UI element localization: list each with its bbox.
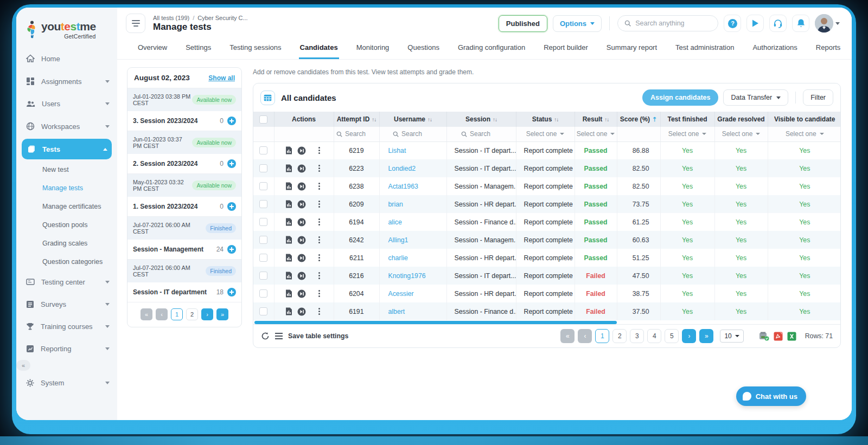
- next-page-button[interactable]: ›: [682, 329, 696, 343]
- add-candidate-icon[interactable]: [227, 202, 236, 211]
- sidebar-item-reporting[interactable]: Reporting: [16, 338, 117, 360]
- page-button[interactable]: 1: [171, 308, 183, 320]
- row-menu-icon[interactable]: [316, 217, 322, 227]
- sidebar-item-system[interactable]: System: [16, 372, 117, 394]
- tab-test-administration[interactable]: Test administration: [674, 38, 735, 59]
- table-settings-icon[interactable]: [275, 333, 283, 339]
- row-checkbox[interactable]: [259, 164, 267, 172]
- global-search[interactable]: [617, 15, 718, 31]
- column-header-visible[interactable]: Visible to candidate: [768, 112, 840, 127]
- search-input[interactable]: [635, 20, 711, 27]
- row-menu-icon[interactable]: [316, 164, 322, 173]
- play-pause-icon[interactable]: [297, 289, 306, 298]
- row-checkbox[interactable]: [259, 236, 267, 244]
- column-header-grade-resolved[interactable]: Grade resolved: [714, 112, 768, 127]
- report-icon[interactable]: [285, 164, 292, 172]
- play-pause-icon[interactable]: [297, 164, 306, 173]
- help-button[interactable]: ?: [724, 15, 741, 32]
- sidebar-item-testing-center[interactable]: Testing center: [16, 271, 117, 293]
- filter-visible-select[interactable]: Select one: [768, 130, 841, 138]
- report-icon[interactable]: [285, 146, 292, 154]
- filter-button[interactable]: Filter: [803, 89, 833, 106]
- show-all-link[interactable]: Show all: [208, 74, 235, 82]
- play-pause-icon[interactable]: [297, 236, 306, 244]
- row-checkbox[interactable]: [259, 182, 267, 190]
- play-pause-icon[interactable]: [297, 254, 306, 262]
- sort-icon[interactable]: ↑↓: [427, 117, 432, 122]
- sidebar-subitem-manage-tests[interactable]: Manage tests: [16, 179, 117, 197]
- filter-session-input[interactable]: [470, 130, 501, 138]
- tab-grading-configuration[interactable]: Grading configuration: [457, 38, 526, 59]
- notifications-button[interactable]: [792, 15, 809, 32]
- row-menu-icon[interactable]: [316, 307, 322, 316]
- filter-attempt-id-input[interactable]: [345, 130, 376, 138]
- row-checkbox[interactable]: [259, 289, 267, 298]
- filter-grade-resolved-select[interactable]: Select one: [715, 130, 768, 138]
- last-page-button[interactable]: »: [216, 308, 228, 320]
- session-item[interactable]: May-01-2023 03:32 PM CESTAvailable now 1…: [127, 174, 241, 217]
- filter-status-select[interactable]: Select one: [516, 130, 575, 138]
- username-link[interactable]: Actat1963: [379, 177, 446, 195]
- row-menu-icon[interactable]: [316, 235, 322, 244]
- tab-overview[interactable]: Overview: [137, 38, 168, 59]
- menu-toggle-button[interactable]: [126, 14, 145, 33]
- session-item[interactable]: Jul-07-2021 06:00 AM CESTFinished Sessio…: [127, 217, 241, 260]
- session-item[interactable]: Jul-01-2023 03:38 PM CESTAvailable now 3…: [127, 88, 241, 131]
- save-table-settings-label[interactable]: Save table settings: [288, 332, 348, 340]
- row-menu-icon[interactable]: [316, 289, 322, 298]
- play-pause-icon[interactable]: [297, 200, 306, 209]
- sidebar-subitem-new-test[interactable]: New test: [16, 160, 117, 179]
- tab-report-builder[interactable]: Report builder: [542, 38, 589, 59]
- breadcrumb-all-tests[interactable]: All tests (199): [153, 15, 189, 21]
- sidebar-collapse-button[interactable]: «: [16, 360, 30, 371]
- row-menu-icon[interactable]: [316, 271, 322, 280]
- row-menu-icon[interactable]: [316, 253, 322, 262]
- username-link[interactable]: Alling1: [379, 231, 446, 249]
- report-icon[interactable]: [285, 272, 292, 280]
- next-page-button[interactable]: ›: [201, 308, 213, 320]
- username-link[interactable]: Lishat: [379, 141, 446, 159]
- sidebar-subitem-question-categories[interactable]: Question categories: [16, 253, 117, 271]
- play-pause-icon[interactable]: [297, 307, 306, 316]
- data-transfer-button[interactable]: Data Transfer: [723, 89, 788, 106]
- row-checkbox[interactable]: [259, 146, 267, 154]
- select-all-checkbox[interactable]: [259, 115, 267, 124]
- first-page-button[interactable]: «: [141, 308, 152, 320]
- add-candidate-icon[interactable]: [227, 245, 236, 254]
- username-link[interactable]: alice: [379, 213, 446, 231]
- user-menu[interactable]: [815, 14, 840, 33]
- prev-page-button[interactable]: ‹: [578, 329, 592, 343]
- last-page-button[interactable]: »: [699, 329, 713, 343]
- page-button[interactable]: 3: [630, 329, 644, 343]
- username-link[interactable]: Knoting1976: [379, 267, 446, 285]
- play-pause-icon[interactable]: [297, 272, 306, 280]
- tab-candidates[interactable]: Candidates: [299, 38, 339, 59]
- column-header-status[interactable]: Status↑↓: [516, 112, 575, 127]
- sidebar-subitem-question-pools[interactable]: Question pools: [16, 216, 117, 234]
- filter-test-finished-select[interactable]: Select one: [661, 130, 714, 138]
- export-xls-archive-icon[interactable]: [759, 332, 769, 341]
- support-button[interactable]: [769, 15, 787, 32]
- filter-username-input[interactable]: [401, 130, 433, 138]
- chat-with-us-button[interactable]: Chat with us: [736, 386, 806, 406]
- filter-result-select[interactable]: Select one: [575, 130, 617, 138]
- export-excel-icon[interactable]: [787, 332, 796, 341]
- sort-ascending-icon[interactable]: ⇡: [652, 116, 657, 122]
- row-checkbox[interactable]: [259, 200, 267, 208]
- column-header-result[interactable]: Result↑↓: [575, 112, 617, 127]
- username-link[interactable]: Acessier: [379, 285, 446, 302]
- export-pdf-icon[interactable]: [774, 332, 783, 341]
- page-button[interactable]: 2: [612, 329, 627, 343]
- sort-icon[interactable]: ↑↓: [372, 117, 376, 122]
- tab-summary-report[interactable]: Summary report: [605, 38, 658, 59]
- play-pause-icon[interactable]: [297, 218, 306, 227]
- username-link[interactable]: albert: [379, 302, 446, 320]
- page-button[interactable]: 1: [595, 329, 609, 343]
- page-button[interactable]: 2: [186, 308, 198, 320]
- row-menu-icon[interactable]: [316, 146, 322, 155]
- row-checkbox[interactable]: [259, 272, 267, 280]
- sidebar-item-training-courses[interactable]: Training courses: [16, 315, 117, 338]
- page-size-select[interactable]: 10: [720, 330, 743, 343]
- report-icon[interactable]: [285, 236, 292, 244]
- sidebar-item-home[interactable]: Home: [16, 47, 117, 70]
